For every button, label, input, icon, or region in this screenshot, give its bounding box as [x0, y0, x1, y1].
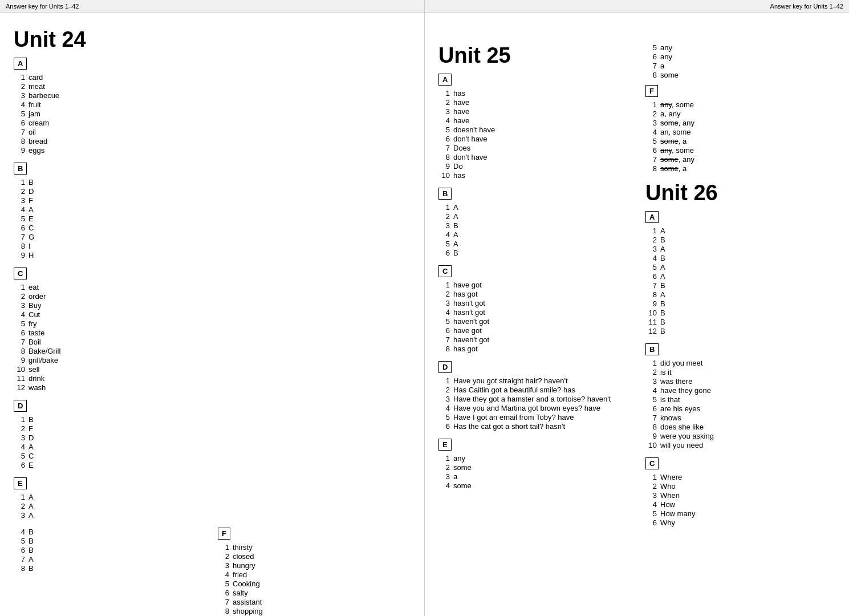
list-item: 2Has Caitlin got a beautiful smile? has	[441, 386, 628, 394]
list-item: 5Have I got an email from Toby? have	[441, 413, 628, 422]
section-a-label: A	[14, 58, 27, 70]
list-item: 8don't have	[441, 153, 628, 161]
list-item: 8I	[16, 242, 411, 250]
list-item: 5C	[16, 452, 411, 460]
u25-f-top-list: 5any 6any 7a 8some	[645, 43, 835, 79]
list-item: 6have got	[441, 326, 628, 335]
list-item: 8shopping	[220, 607, 411, 615]
list-item: 1thirsty	[220, 543, 411, 552]
list-item: 1any	[441, 454, 628, 463]
list-item: 8does she like	[648, 423, 835, 431]
list-item: 5B	[16, 537, 206, 545]
list-item: 5haven't got	[441, 317, 628, 326]
list-item: 7A	[16, 555, 206, 564]
u25-f-top-items: 5any 6any 7a 8some	[645, 43, 835, 79]
list-item: 12B	[648, 327, 835, 335]
u25-c-list: 1have got 2has got 3hasn't got 4hasn't g…	[438, 281, 628, 353]
u25-a-label: A	[438, 74, 452, 86]
list-item: 7assistant	[220, 598, 411, 606]
list-item: 3was there	[648, 377, 835, 386]
u25-c-label: C	[438, 265, 452, 277]
list-item: 8some, a	[648, 164, 835, 173]
list-item: 9eggs	[16, 146, 411, 155]
list-item: 8Bake/Grill	[16, 347, 411, 355]
list-item: 9Do	[441, 162, 628, 171]
section-e-label: E	[14, 477, 27, 489]
list-item: 4A	[16, 443, 411, 451]
list-item: 1A	[441, 203, 628, 212]
strikethrough-text: some	[660, 137, 679, 145]
list-item: 1eat	[16, 283, 411, 291]
list-item: 7Does	[441, 144, 628, 152]
list-item: 6are his eyes	[648, 404, 835, 413]
u25-d-label: D	[438, 361, 452, 373]
list-item: 11B	[648, 318, 835, 326]
list-item: 2have	[441, 98, 628, 107]
list-item: 6E	[16, 461, 411, 469]
list-item: 5How many	[648, 509, 835, 518]
unit24-section-c: C 1eat 2order 3Buy 4Cut 5fry 6taste 7Boi…	[14, 268, 411, 392]
u25-a-list: 1has 2have 3have 4have 5doesn't have 6do…	[438, 89, 628, 180]
u25-f-list: 1any, some 2a, any 3some, any 4an, some …	[645, 100, 835, 173]
section-d-list: 1B 2F 3D 4A 5C 6E	[14, 415, 411, 469]
u26-c-list: 1Where 2Who 3When 4How 5How many 6Why	[645, 473, 835, 527]
list-item: 3hasn't got	[441, 299, 628, 307]
u25-b-list: 1A 2A 3B 4A 5A 6B	[438, 203, 628, 257]
list-item: 5A	[441, 240, 628, 248]
list-item: 1Have you got straight hair? haven't	[441, 376, 628, 385]
u26-section-b: B 1did you meet 2is it 3was there 4have …	[645, 343, 835, 449]
list-item: 9H	[16, 251, 411, 260]
list-item: 1A	[648, 226, 835, 235]
list-item: 2A	[441, 212, 628, 221]
list-item: 6any, some	[648, 146, 835, 155]
list-item: 4fried	[220, 570, 411, 579]
list-item: 6A	[648, 272, 835, 281]
page-left: Answer key for Units 1–42 Unit 24 A 1car…	[0, 0, 425, 616]
strikethrough-text: any	[660, 146, 672, 155]
u26-a-label: A	[645, 211, 659, 223]
header-left: Answer key for Units 1–42	[0, 0, 424, 13]
list-item: 1any, some	[648, 100, 835, 109]
list-item: 9were you asking	[648, 432, 835, 440]
list-item: 4A	[16, 205, 411, 214]
list-item: 9grill/bake	[16, 356, 411, 364]
list-item: 3hungry	[220, 561, 411, 570]
list-item: 10has	[441, 171, 628, 180]
list-item: 2has got	[441, 290, 628, 298]
list-item: 4fruit	[16, 100, 411, 109]
page-container: Answer key for Units 1–42 Unit 24 A 1car…	[0, 0, 849, 616]
section-c-list: 1eat 2order 3Buy 4Cut 5fry 6taste 7Boil …	[14, 283, 411, 392]
list-item: 8some	[648, 71, 835, 79]
list-item: 5doesn't have	[441, 125, 628, 134]
list-item: 6B	[441, 249, 628, 257]
list-item: 3barbecue	[16, 91, 411, 100]
unit24-section-e: E 1A 2A 3A	[14, 477, 411, 520]
strikethrough-text: any	[660, 100, 672, 109]
list-item: 2Who	[648, 482, 835, 491]
list-item: 2F	[16, 424, 411, 433]
page-right: Answer key for Units 1–42 Unit 25 A 1has…	[425, 0, 849, 616]
list-item: 2meat	[16, 82, 411, 91]
u26-b-label: B	[645, 343, 659, 355]
list-item: 6cream	[16, 119, 411, 127]
strikethrough-text: some	[660, 164, 679, 173]
list-item: 4some	[441, 481, 628, 490]
list-item: 4Have you and Martina got brown eyes? ha…	[441, 404, 628, 412]
list-item: 3a	[441, 472, 628, 481]
list-item: 1Where	[648, 473, 835, 481]
list-item: 8B	[16, 564, 206, 573]
list-item: 6Why	[648, 518, 835, 527]
u25-section-c: C 1have got 2has got 3hasn't got 4hasn't…	[438, 265, 628, 353]
u25-section-d: D 1Have you got straight hair? haven't 2…	[438, 361, 628, 431]
unit24-section-a: A 1card 2meat 3barbecue 4fruit 5jam 6cre…	[14, 58, 411, 155]
list-item: 2a, any	[648, 110, 835, 118]
u26-c-label: C	[645, 457, 659, 469]
u26-a-list: 1A 2B 3A 4B 5A 6A 7B 8A 9B 10B 11B 12B	[645, 226, 835, 335]
section-b-label: B	[14, 163, 27, 175]
header-right: Answer key for Units 1–42	[425, 0, 849, 13]
list-item: 3D	[16, 433, 411, 442]
list-item: 3F	[16, 196, 411, 205]
list-item: 5any	[648, 43, 835, 52]
unit25-title: Unit 25	[438, 43, 628, 68]
list-item: 4have	[441, 116, 628, 125]
